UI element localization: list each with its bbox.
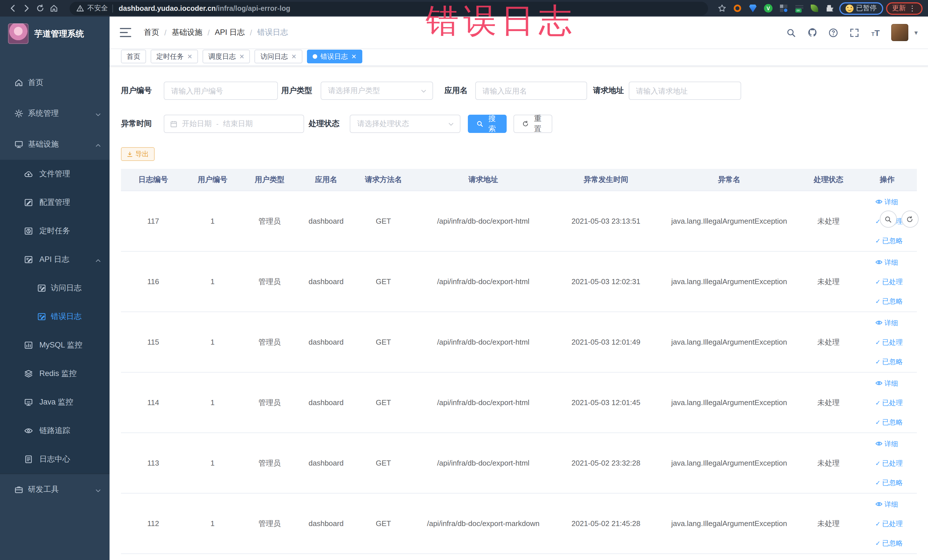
sidebar-item-14[interactable]: 研发工具	[0, 473, 110, 505]
paused-status-chip[interactable]: 已暂停	[839, 2, 883, 15]
tab-close-icon[interactable]: ✕	[187, 53, 192, 60]
filter-row-1: 用户编号 用户类型 请选择用户类型 应用名 请求地址	[121, 82, 917, 100]
sidebar-item-11[interactable]: Java 监控	[0, 388, 110, 417]
user-id-input[interactable]	[164, 82, 278, 100]
active-tab-dot	[312, 54, 317, 59]
tab-close-icon[interactable]: ✕	[291, 53, 296, 60]
ignored-link[interactable]: ✓已忽略	[875, 297, 903, 305]
tab-close-icon[interactable]: ✕	[239, 53, 244, 60]
help-icon[interactable]	[827, 27, 839, 38]
monitor-icon	[14, 140, 23, 149]
tab-3[interactable]: 访问日志✕	[255, 50, 302, 63]
sidebar-collapse-icon[interactable]	[120, 28, 131, 37]
font-size-icon[interactable]: TT	[870, 27, 881, 38]
detail-link[interactable]: 详细	[875, 500, 898, 508]
sidebar-item-1[interactable]: 系统管理	[0, 98, 110, 129]
ignored-link[interactable]: ✓已忽略	[875, 357, 903, 365]
browser-menu-icon[interactable]: ⋮	[908, 5, 916, 12]
browser-back-icon[interactable]	[6, 2, 20, 15]
search-button[interactable]: 搜索	[468, 115, 507, 133]
sidebar-item-3[interactable]: 文件管理	[0, 160, 110, 188]
process-status-select[interactable]: 请选择处理状态	[350, 115, 461, 133]
sidebar-item-13[interactable]: 日志中心	[0, 445, 110, 473]
sidebar-item-6[interactable]: API 日志	[0, 245, 110, 274]
detail-link[interactable]: 详细	[875, 319, 898, 327]
action-label: 已处理	[882, 278, 903, 285]
cell-request-url: /api/infra/db-doc/export-html	[414, 338, 552, 346]
extension-blue-shield-icon[interactable]	[746, 2, 759, 15]
sidebar-item-9[interactable]: MySQL 监控	[0, 331, 110, 359]
address-bar[interactable]: 不安全 dashboard.yudao.iocoder.cn/infra/log…	[70, 2, 708, 15]
sidebar-item-7[interactable]: 访问日志	[0, 274, 110, 302]
exception-time-range-picker[interactable]: 开始日期 - 结束日期	[164, 115, 304, 133]
processed-link[interactable]: ✓已处理	[875, 338, 903, 346]
sidebar-item-4[interactable]: 配置管理	[0, 188, 110, 217]
processed-link[interactable]: ✓已处理	[875, 459, 903, 467]
extension-green-v-icon[interactable]: V	[762, 2, 774, 15]
request-url-input[interactable]	[629, 82, 741, 100]
processed-link[interactable]: ✓已处理	[875, 278, 903, 285]
extension-orange-ring-icon[interactable]	[731, 2, 744, 15]
cell-exception-time: 2021-05-02 23:32:28	[552, 459, 659, 467]
tab-close-icon[interactable]: ✕	[351, 53, 356, 60]
extensions-puzzle-icon[interactable]	[824, 2, 836, 15]
detail-link[interactable]: 详细	[875, 379, 898, 387]
ignored-link[interactable]: ✓已忽略	[875, 539, 903, 547]
reset-button[interactable]: 重置	[513, 115, 552, 133]
detail-link[interactable]: 详细	[875, 258, 898, 266]
extension-grid-icon[interactable]	[777, 2, 790, 15]
cell-user-type: 管理员	[240, 518, 299, 529]
ignored-link[interactable]: ✓已忽略	[875, 237, 903, 244]
browser-home-icon[interactable]	[47, 2, 61, 15]
sidebar-item-8[interactable]: 错误日志	[0, 302, 110, 331]
check-icon: ✓	[875, 398, 881, 406]
app-logo-row[interactable]: 芋道管理系统	[0, 17, 110, 51]
cell-status: 未处理	[799, 276, 858, 287]
extension-leaf-icon[interactable]	[808, 2, 821, 15]
tab-2[interactable]: 调度日志✕	[203, 50, 250, 63]
browser-forward-icon[interactable]	[20, 2, 33, 15]
cell-app-name: dashboard	[299, 459, 353, 467]
detail-link[interactable]: 详细	[875, 439, 898, 448]
search-icon[interactable]	[785, 27, 797, 38]
export-button[interactable]: 导出	[121, 147, 155, 161]
tab-0[interactable]: 首页	[121, 50, 146, 63]
sidebar-item-5[interactable]: 定时任务	[0, 217, 110, 245]
browser-update-button[interactable]: 更新 ⋮	[886, 2, 922, 15]
browser-reload-icon[interactable]	[33, 2, 47, 15]
sidebar-item-2[interactable]: 基础设施	[0, 129, 110, 160]
url-host: dashboard.yudao.iocoder.cn	[119, 4, 216, 12]
ignored-link[interactable]: ✓已忽略	[875, 418, 903, 426]
breadcrumb-item-1[interactable]: 基础设施	[172, 27, 203, 38]
bookmark-star-icon[interactable]	[716, 2, 728, 15]
breadcrumb-item-0[interactable]: 首页	[144, 27, 159, 38]
fullscreen-icon[interactable]	[849, 27, 860, 38]
extension-on-toggle-icon[interactable]: on	[793, 2, 805, 15]
table-row: 1161管理员dashboardGET/api/infra/db-doc/exp…	[121, 252, 917, 312]
processed-link[interactable]: ✓已处理	[875, 519, 903, 528]
omnibox-divider	[112, 4, 113, 12]
processed-link[interactable]: ✓已处理	[875, 398, 903, 406]
sidebar-item-label: 系统管理	[28, 108, 59, 119]
column-header-3: 应用名	[299, 175, 353, 185]
user-type-select[interactable]: 请选择用户类型	[321, 82, 433, 100]
breadcrumb-item-2[interactable]: API 日志	[215, 27, 245, 38]
sidebar-item-label: Java 监控	[40, 397, 73, 407]
user-avatar[interactable]	[891, 24, 908, 41]
toggle-search-icon-button[interactable]	[879, 211, 897, 227]
sidebar-item-12[interactable]: 链路追踪	[0, 417, 110, 445]
user-menu-caret-icon[interactable]: ▼	[913, 29, 919, 36]
app-name-input[interactable]	[475, 82, 587, 100]
chart-icon	[24, 340, 33, 350]
tab-1[interactable]: 定时任务✕	[151, 50, 198, 63]
url-path: /infra/log/api-error-log	[216, 4, 290, 12]
sidebar-item-10[interactable]: Redis 监控	[0, 359, 110, 388]
cell-method: GET	[353, 398, 414, 407]
sidebar-item-0[interactable]: 首页	[0, 67, 110, 98]
refresh-table-icon-button[interactable]	[901, 211, 918, 227]
ignored-link[interactable]: ✓已忽略	[875, 478, 903, 487]
detail-link[interactable]: 详细	[875, 198, 898, 206]
tab-4[interactable]: 错误日志✕	[307, 50, 362, 63]
column-header-9: 操作	[858, 175, 916, 185]
github-icon[interactable]	[806, 27, 818, 38]
